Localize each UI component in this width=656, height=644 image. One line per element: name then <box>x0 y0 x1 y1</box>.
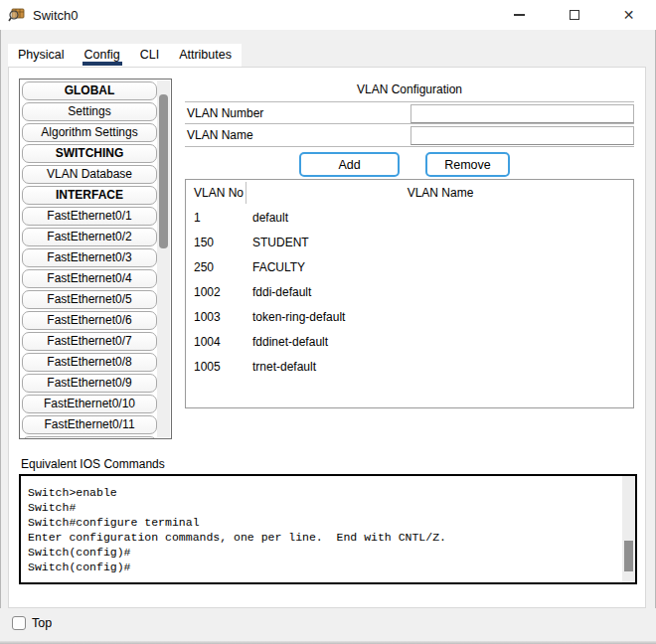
sidebar-item-fastethernet0-4[interactable]: FastEthernet0/4 <box>22 269 157 288</box>
close-icon: ✕ <box>623 8 635 22</box>
minimize-icon <box>514 14 525 16</box>
table-row[interactable]: 1003token-ring-default <box>186 305 633 330</box>
vlan-name-cell: FACULTY <box>252 260 305 274</box>
table-row[interactable]: 150STUDENT <box>186 231 633 255</box>
vlan-table-header: VLAN No VLAN Name <box>186 180 633 206</box>
vlan-name-label: VLAN Name <box>187 128 253 142</box>
vlan-name-cell: token-ring-default <box>252 310 345 324</box>
vlan-number-input[interactable] <box>410 104 634 123</box>
sidebar-item-settings[interactable]: Settings <box>22 102 157 121</box>
tab-bar: PhysicalConfigCLIAttributes <box>8 44 242 67</box>
top-checkbox-label: Top <box>32 616 52 630</box>
vlan-number-label: VLAN Number <box>187 106 263 120</box>
vlan-no-cell: 1003 <box>194 310 221 324</box>
packet-tracer-app-icon <box>8 6 26 24</box>
ios-commands-label: Equivalent IOS Commands <box>21 457 165 471</box>
terminal-line: Enter configuration commands, one per li… <box>28 530 617 545</box>
vlan-no-cell: 1005 <box>194 360 221 374</box>
sidebar-item-interface[interactable]: INTERFACE <box>22 186 157 205</box>
tab-config[interactable]: Config <box>75 44 130 67</box>
sidebar-item-algorithm-settings[interactable]: Algorithm Settings <box>22 123 157 142</box>
sidebar-item-fastethernet0-11[interactable]: FastEthernet0/11 <box>22 415 157 434</box>
top-checkbox[interactable] <box>12 616 26 630</box>
sidebar-item-fastethernet0-2[interactable]: FastEthernet0/2 <box>22 228 157 246</box>
minimize-button[interactable] <box>492 0 547 30</box>
vlan-name-cell: STUDENT <box>252 236 309 249</box>
sidebar-item-fastethernet0-1[interactable]: FastEthernet0/1 <box>22 207 157 226</box>
maximize-button[interactable] <box>547 0 601 30</box>
table-row[interactable]: 250FACULTY <box>186 255 633 280</box>
sidebar-item-fastethernet0-3[interactable]: FastEthernet0/3 <box>22 248 157 267</box>
vlan-no-cell: 1004 <box>194 335 221 349</box>
terminal-line: Switch(config)# <box>28 560 617 574</box>
vlan-fields: VLAN Number VLAN Name <box>185 101 634 147</box>
sidebar-item-fastethernet0-6[interactable]: FastEthernet0/6 <box>22 311 157 330</box>
remove-button[interactable]: Remove <box>425 152 510 177</box>
config-tab-pane: GLOBALSettingsAlgorithm SettingsSWITCHIN… <box>8 67 646 608</box>
tab-cli[interactable]: CLI <box>130 44 169 67</box>
table-row[interactable]: 1default <box>186 206 633 231</box>
window-title: Switch0 <box>33 8 79 23</box>
table-row[interactable]: 1002fddi-default <box>186 280 633 305</box>
vlan-no-cell: 1002 <box>194 285 221 299</box>
ios-terminal[interactable]: Switch>enableSwitch#Switch#configure ter… <box>19 474 637 584</box>
sidebar-scrollbar[interactable] <box>157 80 170 437</box>
tab-physical[interactable]: Physical <box>8 44 75 67</box>
config-sidebar: GLOBALSettingsAlgorithm SettingsSWITCHIN… <box>19 79 172 439</box>
sidebar-item-fastethernet0-7[interactable]: FastEthernet0/7 <box>22 332 157 351</box>
terminal-line: Switch#configure terminal <box>28 515 617 530</box>
vlan-name-column-header: VLAN Name <box>247 182 633 204</box>
terminal-line: Switch# <box>28 500 617 515</box>
footer-bar: Top <box>0 608 656 644</box>
vlan-no-cell: 250 <box>194 260 214 274</box>
sidebar-list: GLOBALSettingsAlgorithm SettingsSWITCHIN… <box>22 81 157 439</box>
vlan-table-body: 1default150STUDENT250FACULTY1002fddi-def… <box>186 206 633 380</box>
maximize-icon <box>570 10 579 20</box>
vlan-no-column-header: VLAN No <box>186 182 246 204</box>
vlan-no-cell: 150 <box>194 236 214 249</box>
vlan-name-cell: fddinet-default <box>252 335 328 349</box>
add-button[interactable]: Add <box>299 152 400 177</box>
vlan-number-row: VLAN Number <box>185 101 634 124</box>
vlan-no-cell: 1 <box>194 211 201 225</box>
vlan-name-cell: trnet-default <box>252 360 316 374</box>
vlan-buttons-row: Add Remove <box>185 152 634 177</box>
terminal-scrollbar[interactable] <box>622 476 635 582</box>
vlan-configuration-title: VLAN Configuration <box>185 82 634 96</box>
terminal-line: Switch(config)# <box>28 545 617 560</box>
sidebar-item-fastethernet0-12[interactable]: FastEthernet0/12 <box>22 436 157 439</box>
sidebar-item-switching[interactable]: SWITCHING <box>22 144 157 163</box>
sidebar-scrollbar-thumb[interactable] <box>159 94 168 248</box>
terminal-scrollbar-thumb[interactable] <box>624 541 633 571</box>
vlan-table: VLAN No VLAN Name 1default150STUDENT250F… <box>185 179 634 408</box>
table-row[interactable]: 1005trnet-default <box>186 355 633 380</box>
sidebar-item-fastethernet0-8[interactable]: FastEthernet0/8 <box>22 353 157 372</box>
ios-terminal-text: Switch>enableSwitch#Switch#configure ter… <box>28 485 617 574</box>
sidebar-item-vlan-database[interactable]: VLAN Database <box>22 165 157 184</box>
close-button[interactable]: ✕ <box>601 0 656 30</box>
sidebar-item-global[interactable]: GLOBAL <box>22 81 157 100</box>
vlan-name-row: VLAN Name <box>185 124 634 147</box>
window-controls: ✕ <box>492 0 656 30</box>
vlan-name-input[interactable] <box>410 126 634 145</box>
sidebar-item-fastethernet0-5[interactable]: FastEthernet0/5 <box>22 290 157 309</box>
vlan-name-cell: default <box>252 211 288 225</box>
terminal-line: Switch>enable <box>28 485 617 500</box>
sidebar-item-fastethernet0-10[interactable]: FastEthernet0/10 <box>22 395 157 413</box>
sidebar-item-fastethernet0-9[interactable]: FastEthernet0/9 <box>22 374 157 393</box>
vlan-name-cell: fddi-default <box>252 285 311 299</box>
tab-attributes[interactable]: Attributes <box>169 44 242 67</box>
title-bar: Switch0 ✕ <box>0 0 656 30</box>
table-row[interactable]: 1004fddinet-default <box>186 330 633 355</box>
